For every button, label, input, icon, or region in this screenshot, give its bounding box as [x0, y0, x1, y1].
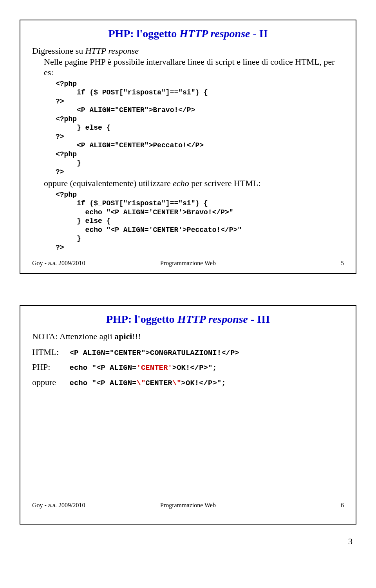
- slide-1-footer: Goy - a.a. 2009/2010 Programmazione Web …: [32, 260, 344, 268]
- nota-pre: NOTA: Attenzione agli: [32, 331, 114, 341]
- oppure-row: oppure echo "<P ALIGN=\"CENTER\">OK!</P>…: [32, 377, 344, 388]
- title-text-ital: HTTP response: [179, 27, 250, 40]
- t2: per scrivere HTML:: [189, 178, 261, 188]
- title2-text-pre: PHP: l'oggetto: [106, 313, 177, 325]
- nota-line: NOTA: Attenzione agli apici!!!: [32, 331, 344, 342]
- nota-bold: apici: [114, 331, 132, 341]
- c-red: \": [172, 379, 181, 387]
- code-block-2: <?php if ($_POST["risposta"]=="si") { ec…: [56, 190, 344, 252]
- slide-2: PHP: l'oggetto HTTP response - III NOTA:…: [20, 305, 356, 525]
- slide-1-body: Digressione su HTTP response Nelle pagin…: [32, 45, 344, 252]
- c: echo "<P ALIGN=: [70, 379, 137, 387]
- footer-center: Programmazione Web: [32, 260, 344, 267]
- desc-line-2: oppure (equivalentemente) utilizzare ech…: [44, 178, 344, 189]
- slide-2-title: PHP: l'oggetto HTTP response - III: [32, 313, 344, 326]
- title-text-pre: PHP: l'oggetto: [108, 27, 179, 40]
- code-block-1: <?php if ($_POST["risposta"]=="si") { ?>…: [56, 80, 344, 177]
- nota-end: !!!: [132, 331, 141, 341]
- c-red: 'CENTER': [137, 364, 172, 372]
- intro-text: Digressione su: [32, 46, 85, 56]
- footer2-right: 6: [341, 502, 344, 509]
- oppure-label: oppure: [32, 377, 67, 388]
- document-page: PHP: l'oggetto HTTP response - II Digres…: [0, 20, 376, 546]
- php-label: PHP:: [32, 362, 67, 373]
- c: >OK!</P>";: [172, 364, 217, 372]
- php-code: echo "<P ALIGN='CENTER'>OK!</P>";: [70, 364, 217, 372]
- footer-right: 5: [341, 260, 344, 267]
- page-number: 3: [0, 536, 352, 546]
- c: CENTER: [145, 379, 172, 387]
- php-row: PHP: echo "<P ALIGN='CENTER'>OK!</P>";: [32, 362, 344, 373]
- slide-2-body: NOTA: Attenzione agli apici!!! HTML: <P …: [32, 331, 344, 388]
- slide-2-footer: Goy - a.a. 2009/2010 Programmazione Web …: [32, 502, 344, 510]
- title2-text-ital: HTTP response: [177, 313, 248, 325]
- spacer: [32, 392, 344, 494]
- desc-line: Nelle pagine PHP è possibile intervallar…: [44, 56, 344, 78]
- c-red: \": [137, 379, 146, 387]
- c: >OK!</P>";: [181, 379, 226, 387]
- title2-text-suffix: - III: [248, 313, 270, 325]
- oppure-code: echo "<P ALIGN=\"CENTER\">OK!</P>";: [70, 379, 226, 387]
- echo-ital: echo: [173, 178, 189, 188]
- slide-1-title: PHP: l'oggetto HTTP response - II: [32, 27, 344, 40]
- c: echo "<P ALIGN=: [70, 364, 137, 372]
- html-code: <P ALIGN="CENTER">CONGRATULAZIONI!</P>: [70, 349, 239, 357]
- html-row: HTML: <P ALIGN="CENTER">CONGRATULAZIONI!…: [32, 347, 344, 358]
- t: oppure (equivalentemente) utilizzare: [44, 178, 173, 188]
- title-text-suffix: - II: [250, 27, 268, 40]
- intro-ital: HTTP response: [85, 46, 139, 56]
- intro-line: Digressione su HTTP response: [32, 45, 344, 56]
- footer2-center: Programmazione Web: [32, 502, 344, 509]
- html-label: HTML:: [32, 347, 67, 358]
- slide-1: PHP: l'oggetto HTTP response - II Digres…: [20, 20, 356, 274]
